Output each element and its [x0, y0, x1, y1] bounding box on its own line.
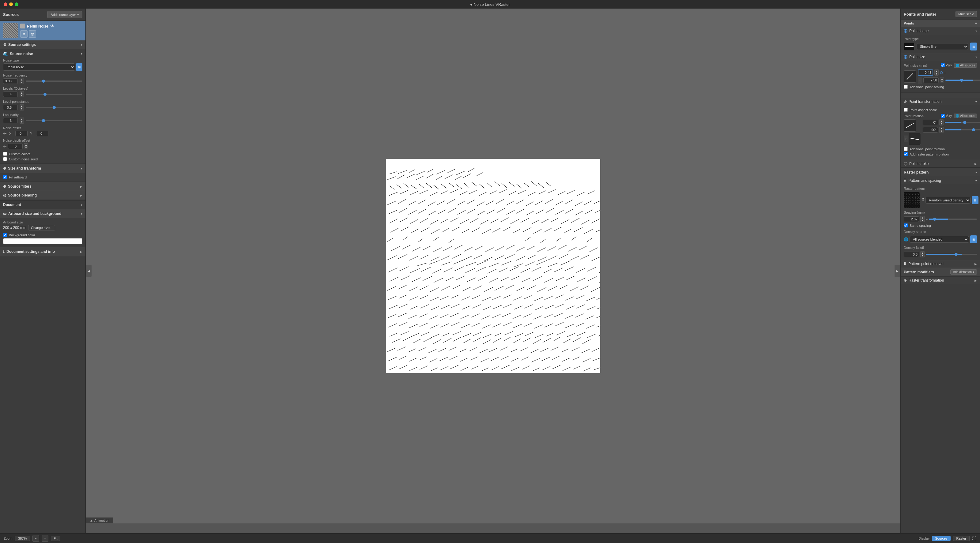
angle2-slider[interactable] — [945, 129, 980, 130]
sources-display-button[interactable]: Sources — [932, 536, 950, 541]
density-source-select[interactable]: All sources blended — [910, 236, 969, 243]
size-max-up[interactable]: ▲ — [940, 77, 944, 80]
levels-slider[interactable] — [26, 94, 83, 95]
level-persist-down[interactable]: ▼ — [20, 108, 24, 111]
level-persist-slider[interactable] — [26, 107, 83, 108]
duplicate-button[interactable]: ⧉ — [20, 30, 27, 38]
density-falloff-up[interactable]: ▲ — [920, 251, 924, 254]
level-persist-input[interactable] — [3, 105, 18, 110]
lacunarity-slider[interactable] — [26, 120, 83, 121]
size-dropdown[interactable]: ▾ — [918, 77, 922, 84]
pattern-removal-header[interactable]: ⠿ Pattern point removal ▶ — [901, 260, 980, 268]
all-sources-badge[interactable]: 🌐 All sources — [954, 63, 977, 68]
angle2-down[interactable]: ▼ — [939, 130, 943, 133]
angle-dropdown[interactable]: ▾ — [904, 136, 908, 142]
add-point-rotation-check[interactable] — [904, 147, 908, 151]
maximize-button[interactable] — [15, 2, 18, 6]
lacunarity-input[interactable] — [3, 118, 18, 123]
fullscreen-button[interactable]: ⛶ — [972, 536, 976, 541]
collapse-right-button[interactable]: ▶ — [894, 265, 900, 277]
source-item[interactable]: Perlin Noise 👁 ⧉ 🗑 — [0, 21, 86, 40]
multi-scale-button[interactable]: Multi scale — [956, 11, 977, 17]
noise-freq-slider[interactable] — [26, 81, 83, 82]
levels-down[interactable]: ▼ — [20, 94, 24, 97]
noise-freq-down[interactable]: ▼ — [20, 81, 24, 84]
collapse-left-button[interactable]: ◀ — [86, 265, 92, 277]
noise-type-spinner[interactable]: ⊞ — [76, 63, 83, 71]
aspect-scale-check[interactable] — [904, 108, 908, 112]
angle1-input[interactable] — [923, 120, 938, 125]
point-type-spinner[interactable]: ⊞ — [970, 43, 977, 51]
noise-offset-y[interactable] — [36, 131, 48, 136]
noise-depth-down[interactable]: ▼ — [24, 146, 28, 149]
angle2-up[interactable]: ▲ — [939, 127, 943, 130]
point-transform-header[interactable]: ⊕ Point transformation ▾ — [901, 98, 980, 105]
size-min-up[interactable]: ▲ — [934, 70, 939, 73]
source-settings-header[interactable]: ⚙ Source settings ▾ — [0, 40, 86, 49]
size-transform-header[interactable]: ⊕ Size and transform ▾ — [0, 164, 86, 173]
zoom-minus-button[interactable]: - — [32, 535, 39, 542]
source-blending-header[interactable]: ◎ Source blending ▶ — [0, 191, 86, 200]
zoom-plus-button[interactable]: + — [41, 535, 48, 542]
angle1-slider[interactable] — [945, 122, 980, 123]
source-filters-header[interactable]: ⊕ Source filters ▶ — [0, 182, 86, 191]
noise-offset-x[interactable] — [15, 131, 27, 136]
same-spacing-check[interactable] — [904, 224, 908, 227]
raster-pattern-spinner[interactable]: ⊞ — [972, 196, 978, 204]
density-source-spinner[interactable]: ⊞ — [970, 235, 977, 243]
point-shape-header[interactable]: Point shape ▾ — [901, 27, 980, 35]
fill-artboard-checkbox[interactable] — [3, 175, 7, 179]
noise-type-select[interactable]: Perlin noise — [3, 64, 75, 71]
levels-up[interactable]: ▲ — [20, 91, 24, 94]
noise-depth-up[interactable]: ▲ — [24, 143, 28, 146]
fit-button[interactable]: Fit — [51, 536, 60, 541]
minimize-button[interactable] — [9, 2, 13, 6]
zoom-input[interactable] — [15, 536, 30, 541]
raster-display-button[interactable]: Raster — [953, 536, 970, 541]
size-max-down[interactable]: ▼ — [940, 80, 944, 83]
spacing-up[interactable]: ▲ — [920, 216, 924, 219]
size-max-slider[interactable] — [945, 79, 980, 81]
close-button[interactable] — [4, 2, 7, 6]
size-min-down[interactable]: ▼ — [934, 73, 939, 76]
angle1-down[interactable]: ▼ — [939, 122, 943, 125]
vary-check[interactable] — [941, 64, 945, 67]
lacunarity-down[interactable]: ▼ — [20, 121, 24, 124]
level-persist-up[interactable]: ▲ — [20, 104, 24, 108]
angle1-up[interactable]: ▲ — [939, 119, 943, 122]
point-size-header[interactable]: Point size ▾ — [901, 53, 980, 60]
point-type-select[interactable]: Simple line — [916, 43, 968, 50]
density-falloff-down[interactable]: ▼ — [920, 254, 924, 257]
density-falloff-input[interactable] — [904, 252, 919, 257]
noise-freq-up[interactable]: ▲ — [20, 78, 24, 81]
angle2-input[interactable] — [923, 127, 938, 133]
pattern-spacing-header[interactable]: ⠿ Pattern and spacing ▾ — [901, 177, 980, 184]
custom-noise-seed-checkbox[interactable] — [3, 157, 7, 161]
animation-tab[interactable]: ▲ Animation — [86, 517, 113, 523]
point-stroke-header[interactable]: Point stroke ▶ — [901, 160, 980, 167]
add-raster-rotation-check[interactable] — [904, 152, 908, 156]
visibility-icon[interactable]: 👁 — [50, 24, 54, 29]
add-source-button[interactable]: Add source layer ▾ — [47, 11, 83, 18]
density-falloff-slider[interactable] — [926, 254, 977, 255]
rotation-vary-check[interactable] — [941, 114, 945, 118]
canvas-image[interactable] — [386, 159, 600, 373]
lacunarity-up[interactable]: ▲ — [20, 117, 24, 121]
bg-color-checkbox[interactable] — [3, 233, 7, 237]
doc-settings-header[interactable]: ℹ Document settings and info ▶ — [0, 247, 86, 256]
change-size-button[interactable]: Change size... — [28, 225, 55, 230]
rotation-all-sources[interactable]: 🌐 All sources — [954, 114, 977, 118]
size-min-input[interactable] — [918, 70, 933, 76]
add-distortion-button[interactable]: Add distortion ▾ — [950, 269, 977, 275]
size-max-input[interactable] — [923, 78, 939, 83]
delete-button[interactable]: 🗑 — [29, 30, 36, 38]
spacing-down[interactable]: ▼ — [920, 219, 924, 222]
noise-freq-input[interactable] — [3, 78, 18, 84]
add-point-scaling-check[interactable] — [904, 85, 908, 89]
bg-color-input[interactable] — [3, 238, 83, 244]
raster-pattern-select[interactable]: Random varied density — [926, 197, 970, 203]
spacing-input[interactable] — [904, 216, 919, 222]
custom-colors-checkbox[interactable] — [3, 152, 7, 156]
artboard-section-header[interactable]: ▭ Artboard size and background ▾ — [0, 210, 86, 218]
raster-transform-header[interactable]: ⊕ Raster transformation ▶ — [901, 277, 980, 284]
